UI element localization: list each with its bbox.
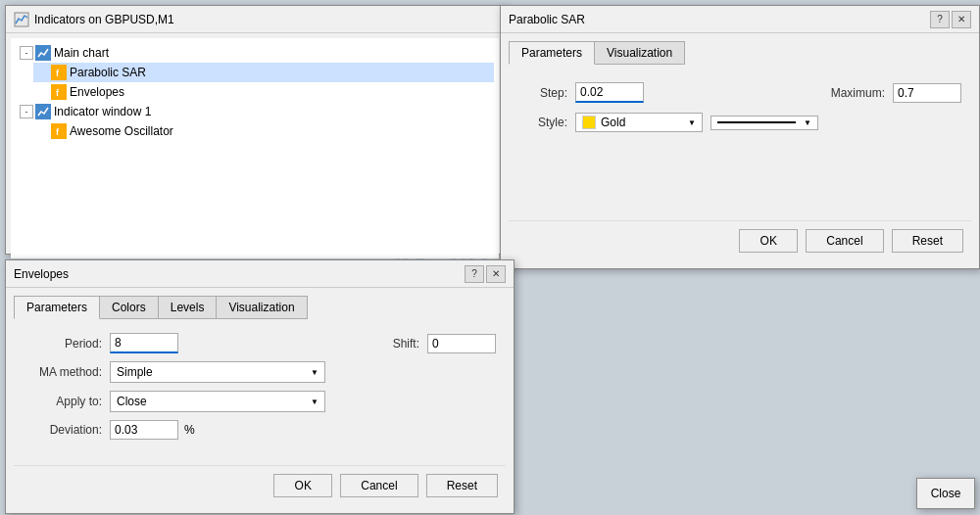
- env-apply-to-row: Apply to: Close ▼: [24, 391, 496, 412]
- parabolic-style-row: Style: Gold ▼ ▼: [518, 113, 961, 132]
- parabolic-tab-visualization[interactable]: Visualization: [594, 41, 685, 65]
- maximum-label: Maximum:: [826, 86, 885, 100]
- ma-method-value: Simple: [117, 365, 153, 379]
- parabolic-close-button[interactable]: ✕: [952, 11, 971, 28]
- parabolic-ok-button[interactable]: OK: [739, 229, 798, 253]
- deviation-unit: %: [184, 423, 195, 437]
- svg-rect-4: [52, 85, 66, 99]
- indicator-icon-envelopes: f: [51, 84, 67, 100]
- chart-icon-main: [35, 45, 51, 61]
- envelopes-cancel-button[interactable]: Cancel: [340, 474, 417, 497]
- parabolic-tab-bar: Parameters Visualization: [509, 41, 971, 65]
- shift-input[interactable]: [427, 334, 496, 353]
- tree-label-main-chart: Main chart: [54, 46, 109, 60]
- envelopes-parameters-content: Period: Shift: MA method: Simple ▼ Apply…: [14, 327, 506, 465]
- parabolic-reset-button[interactable]: Reset: [892, 229, 963, 253]
- tree-toggle-main-chart[interactable]: -: [20, 46, 33, 60]
- period-input[interactable]: [110, 333, 178, 353]
- parabolic-cancel-button[interactable]: Cancel: [806, 229, 883, 253]
- indicators-window-icon: [14, 12, 29, 27]
- svg-rect-1: [36, 46, 50, 60]
- envelopes-window: Envelopes ? ✕ Parameters Colors Levels V…: [5, 259, 514, 514]
- envelopes-close-button[interactable]: ✕: [486, 265, 506, 283]
- indicators-title-text: Indicators on GBPUSD,M1: [34, 13, 174, 26]
- parabolic-title-area: Parabolic SAR: [509, 13, 585, 26]
- apply-to-arrow: ▼: [311, 398, 318, 406]
- envelopes-ok-button[interactable]: OK: [273, 474, 332, 497]
- apply-to-select[interactable]: Close ▼: [110, 391, 325, 412]
- line-preview: [717, 121, 796, 123]
- envelopes-tab-visualization[interactable]: Visualization: [216, 296, 307, 319]
- parabolic-titlebar: Parabolic SAR ? ✕: [501, 6, 979, 33]
- ma-method-select[interactable]: Simple ▼: [110, 361, 325, 383]
- chart-icon-indicator-1: [35, 104, 51, 119]
- parabolic-window: Parabolic SAR ? ✕ Parameters Visualizati…: [500, 5, 980, 269]
- tree-item-indicator-window-1[interactable]: - Indicator window 1: [16, 102, 494, 121]
- color-arrow: ▼: [688, 118, 696, 127]
- indicators-tree: - Main chart f Parabolic SAR: [11, 38, 499, 258]
- indicators-window: Indicators on GBPUSD,M1 - Main chart f: [5, 5, 505, 255]
- envelopes-tab-parameters[interactable]: Parameters: [14, 296, 100, 319]
- parabolic-title-text: Parabolic SAR: [509, 13, 585, 26]
- close-window-button[interactable]: Close: [916, 478, 975, 509]
- color-label: Gold: [601, 116, 625, 129]
- apply-to-value: Close: [117, 395, 147, 408]
- line-arrow: ▼: [804, 118, 811, 127]
- tree-toggle-indicator-1[interactable]: -: [20, 105, 33, 118]
- envelopes-tab-levels[interactable]: Levels: [158, 296, 218, 319]
- svg-rect-2: [52, 66, 66, 79]
- step-label: Step:: [518, 86, 567, 100]
- envelopes-title-text: Envelopes: [14, 267, 69, 281]
- envelopes-help-button[interactable]: ?: [465, 265, 484, 283]
- tree-label-awesome-oscillator: Awesome Oscillator: [70, 124, 173, 138]
- deviation-input[interactable]: [110, 420, 178, 440]
- envelopes-content: Parameters Colors Levels Visualization P…: [6, 288, 514, 513]
- tree-item-parabolic-sar[interactable]: f Parabolic SAR: [33, 63, 494, 82]
- period-label: Period:: [24, 337, 102, 351]
- tree-item-envelopes[interactable]: f Envelopes: [33, 82, 494, 102]
- parabolic-tab-parameters[interactable]: Parameters: [509, 41, 595, 65]
- close-button-label: Close: [931, 487, 961, 500]
- tree-item-awesome-oscillator[interactable]: f Awesome Oscillator: [33, 121, 494, 141]
- envelopes-title-area: Envelopes: [14, 267, 69, 281]
- tree-label-envelopes: Envelopes: [70, 85, 124, 99]
- color-swatch: [582, 116, 596, 129]
- step-input[interactable]: [575, 82, 644, 103]
- shift-label: Shift:: [393, 337, 419, 351]
- tree-item-main-chart[interactable]: - Main chart: [16, 43, 494, 63]
- tree-label-parabolic-sar: Parabolic SAR: [70, 66, 146, 79]
- env-deviation-row: Deviation: %: [24, 420, 496, 440]
- ma-method-label: MA method:: [24, 365, 102, 379]
- indicator-icon-parabolic: f: [51, 65, 67, 80]
- svg-rect-7: [52, 124, 66, 138]
- envelopes-titlebar: Envelopes ? ✕: [6, 260, 514, 288]
- env-ma-method-row: MA method: Simple ▼: [24, 361, 496, 383]
- envelopes-tab-colors[interactable]: Colors: [99, 296, 159, 319]
- parabolic-parameters-content: Step: Maximum: Style: Gold ▼ ▼: [509, 72, 971, 220]
- color-select[interactable]: Gold ▼: [575, 113, 703, 132]
- line-style-select[interactable]: ▼: [710, 116, 818, 130]
- envelopes-titlebar-buttons: ? ✕: [465, 265, 506, 283]
- indicator-icon-awesome: f: [51, 123, 67, 139]
- envelopes-footer: OK Cancel Reset: [14, 465, 506, 505]
- indicators-title-area: Indicators on GBPUSD,M1: [14, 12, 174, 27]
- indicators-titlebar: Indicators on GBPUSD,M1: [6, 6, 504, 33]
- envelopes-reset-button[interactable]: Reset: [426, 474, 498, 497]
- parabolic-step-row: Step: Maximum:: [518, 82, 961, 103]
- parabolic-footer: OK Cancel Reset: [509, 220, 971, 260]
- parabolic-titlebar-buttons: ? ✕: [930, 11, 971, 28]
- maximum-input[interactable]: [893, 83, 961, 103]
- envelopes-tab-bar: Parameters Colors Levels Visualization: [14, 296, 506, 319]
- style-label: Style:: [518, 116, 567, 129]
- svg-rect-6: [36, 105, 50, 118]
- parabolic-content: Parameters Visualization Step: Maximum: …: [501, 33, 979, 268]
- ma-method-arrow: ▼: [311, 368, 318, 377]
- deviation-label: Deviation:: [24, 423, 102, 437]
- apply-to-label: Apply to:: [24, 395, 102, 408]
- tree-label-indicator-window-1: Indicator window 1: [54, 105, 151, 118]
- parabolic-help-button[interactable]: ?: [930, 11, 950, 28]
- env-period-row: Period: Shift:: [24, 333, 496, 353]
